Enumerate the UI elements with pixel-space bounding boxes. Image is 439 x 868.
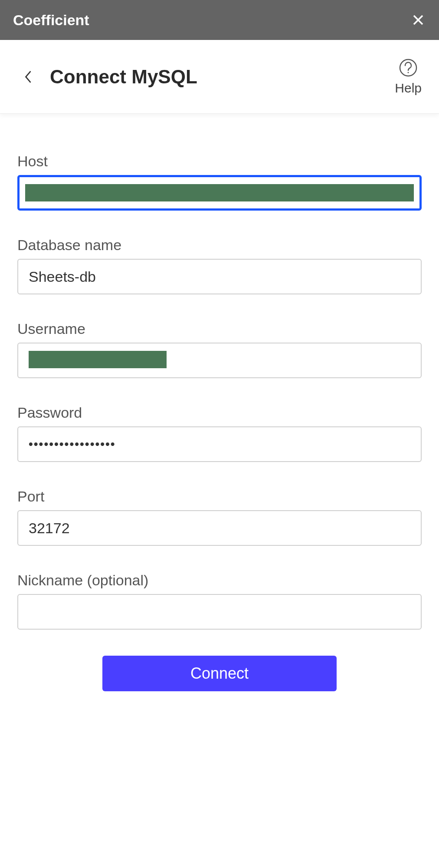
connection-form: Host Database name Username Password Por… bbox=[0, 114, 439, 691]
host-label: Host bbox=[17, 153, 422, 170]
help-icon bbox=[399, 58, 418, 77]
nickname-label: Nickname (optional) bbox=[17, 572, 422, 589]
page-header: Connect MySQL Help bbox=[0, 40, 439, 114]
username-label: Username bbox=[17, 320, 422, 337]
port-label: Port bbox=[17, 488, 422, 505]
port-group: Port bbox=[17, 488, 422, 546]
connect-button[interactable]: Connect bbox=[102, 656, 337, 691]
password-input[interactable] bbox=[17, 426, 422, 462]
help-label: Help bbox=[395, 81, 422, 96]
redacted-content bbox=[29, 351, 167, 368]
back-icon[interactable] bbox=[22, 68, 35, 86]
svg-point-3 bbox=[408, 72, 409, 73]
close-icon[interactable] bbox=[410, 12, 426, 28]
database-name-label: Database name bbox=[17, 237, 422, 254]
page-title: Connect MySQL bbox=[50, 66, 197, 88]
host-group: Host bbox=[17, 153, 422, 211]
username-group: Username bbox=[17, 320, 422, 378]
password-group: Password bbox=[17, 404, 422, 462]
database-name-input[interactable] bbox=[17, 259, 422, 294]
nickname-input[interactable] bbox=[17, 594, 422, 630]
database-name-group: Database name bbox=[17, 237, 422, 294]
port-input[interactable] bbox=[17, 510, 422, 546]
app-name: Coefficient bbox=[13, 12, 89, 29]
nickname-group: Nickname (optional) bbox=[17, 572, 422, 630]
help-button[interactable]: Help bbox=[395, 58, 422, 96]
redacted-content bbox=[25, 184, 414, 201]
header-left: Connect MySQL bbox=[22, 66, 197, 88]
titlebar: Coefficient bbox=[0, 0, 439, 40]
password-label: Password bbox=[17, 404, 422, 421]
